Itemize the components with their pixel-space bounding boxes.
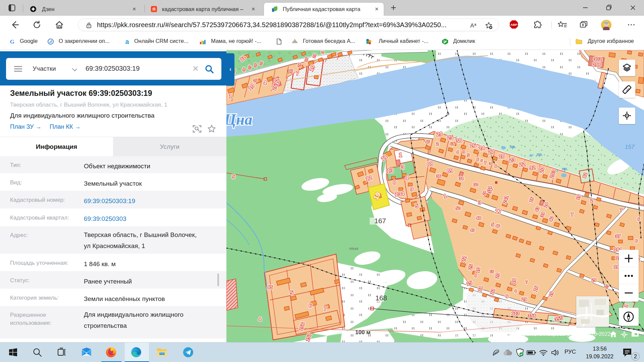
svg-text:167: 167 bbox=[374, 217, 386, 225]
svg-text:88: 88 bbox=[427, 161, 434, 168]
svg-text:3: 3 bbox=[401, 164, 404, 170]
svg-text:36: 36 bbox=[436, 174, 441, 179]
svg-text:41: 41 bbox=[450, 142, 454, 146]
svg-text:45: 45 bbox=[267, 284, 273, 290]
svg-text:157: 157 bbox=[625, 144, 635, 150]
svg-text:13: 13 bbox=[387, 168, 393, 174]
svg-text:1: 1 bbox=[229, 93, 232, 99]
svg-text:6: 6 bbox=[637, 217, 640, 222]
svg-text:15: 15 bbox=[490, 270, 494, 274]
svg-text:22: 22 bbox=[519, 161, 526, 168]
svg-text:9: 9 bbox=[463, 150, 465, 154]
svg-text:29: 29 bbox=[436, 131, 443, 138]
svg-text:6: 6 bbox=[309, 303, 312, 309]
svg-text:6: 6 bbox=[635, 238, 637, 243]
svg-text:5: 5 bbox=[290, 290, 293, 296]
svg-text:7: 7 bbox=[526, 281, 528, 284]
svg-text:9: 9 bbox=[410, 186, 413, 192]
svg-text:a: a bbox=[125, 39, 129, 45]
svg-text:2: 2 bbox=[436, 141, 438, 146]
svg-text:4: 4 bbox=[263, 80, 267, 86]
svg-text:30: 30 bbox=[474, 182, 478, 187]
svg-text:ольха: ольха bbox=[349, 247, 358, 250]
svg-text:ABP: ABP bbox=[511, 23, 518, 26]
svg-text:7: 7 bbox=[484, 160, 486, 165]
svg-text:8: 8 bbox=[393, 179, 396, 186]
svg-text:356: 356 bbox=[528, 313, 536, 318]
svg-text:45: 45 bbox=[470, 228, 474, 232]
svg-text:27: 27 bbox=[488, 148, 495, 156]
svg-text:4: 4 bbox=[515, 289, 517, 293]
svg-text:3: 3 bbox=[478, 200, 481, 205]
svg-text:29: 29 bbox=[592, 278, 596, 283]
svg-text:5: 5 bbox=[232, 174, 235, 179]
svg-text:7: 7 bbox=[296, 71, 299, 76]
svg-text:5: 5 bbox=[481, 159, 482, 162]
svg-text:2: 2 bbox=[590, 197, 593, 203]
svg-text:25: 25 bbox=[447, 134, 454, 141]
svg-text:23: 23 bbox=[509, 157, 516, 164]
svg-text:пр.: пр. bbox=[510, 144, 516, 149]
svg-text:113: 113 bbox=[512, 310, 520, 316]
svg-text:29: 29 bbox=[522, 296, 527, 302]
svg-text:Я: Я bbox=[152, 7, 155, 12]
svg-text:37: 37 bbox=[615, 233, 621, 239]
svg-text:26: 26 bbox=[470, 142, 477, 149]
svg-text:34: 34 bbox=[459, 176, 464, 181]
svg-text:7: 7 bbox=[571, 212, 574, 217]
svg-text:134: 134 bbox=[395, 190, 405, 197]
svg-text:Цна: Цна bbox=[226, 111, 252, 128]
svg-text:5: 5 bbox=[491, 222, 494, 227]
svg-text:28: 28 bbox=[498, 153, 505, 160]
svg-text:168: 168 bbox=[375, 294, 387, 302]
svg-text:302: 302 bbox=[594, 56, 602, 62]
svg-text:8: 8 bbox=[494, 164, 497, 169]
svg-text:4: 4 bbox=[259, 316, 262, 322]
svg-text:46: 46 bbox=[496, 224, 500, 228]
svg-text:24: 24 bbox=[478, 145, 486, 152]
svg-text:G: G bbox=[10, 39, 14, 45]
svg-text:1: 1 bbox=[399, 152, 402, 158]
svg-text:A: A bbox=[470, 22, 474, 29]
svg-text:5: 5 bbox=[467, 153, 469, 158]
svg-text:пр.: пр. bbox=[562, 167, 568, 171]
svg-text:4: 4 bbox=[456, 149, 459, 155]
svg-text:4: 4 bbox=[405, 175, 409, 181]
svg-text:6: 6 bbox=[476, 157, 479, 162]
svg-text:92: 92 bbox=[529, 164, 536, 171]
svg-text:17: 17 bbox=[495, 208, 502, 215]
svg-text:89: 89 bbox=[446, 167, 453, 174]
svg-text:9: 9 bbox=[506, 293, 508, 299]
svg-text:298: 298 bbox=[593, 62, 601, 67]
svg-text:пр.: пр. bbox=[537, 152, 543, 157]
svg-text:7: 7 bbox=[620, 207, 623, 213]
svg-text:7: 7 bbox=[324, 306, 327, 312]
svg-text:8: 8 bbox=[475, 274, 477, 278]
svg-text:38: 38 bbox=[455, 137, 463, 144]
svg-text:3: 3 bbox=[489, 162, 491, 165]
svg-text:30: 30 bbox=[288, 68, 294, 74]
svg-text:45: 45 bbox=[426, 140, 430, 144]
svg-text:50: 50 bbox=[456, 206, 461, 211]
svg-text:48: 48 bbox=[476, 216, 481, 221]
svg-text:20: 20 bbox=[538, 166, 546, 174]
